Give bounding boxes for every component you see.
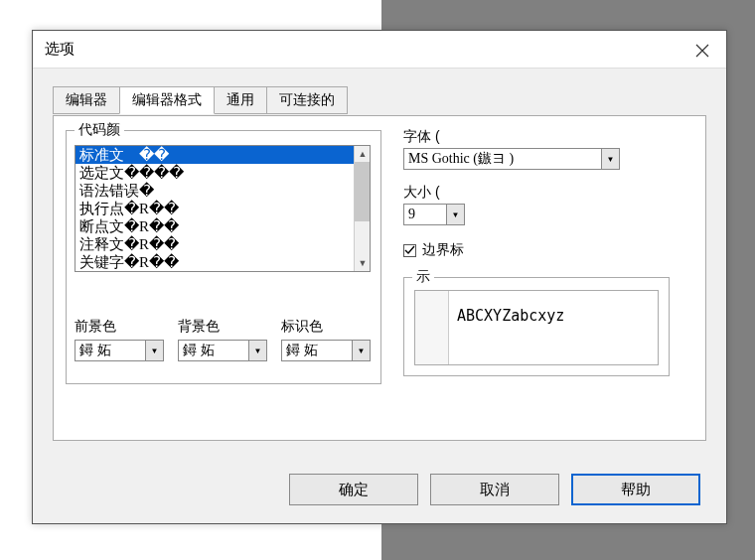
- help-button[interactable]: 帮助: [571, 474, 700, 505]
- list-item[interactable]: 标准文 ��: [76, 146, 354, 164]
- color-picker-row: 前景色 鐞 妬 ▼ 背景色 鐞 妬 ▼ 标识色 鐞: [75, 318, 384, 361]
- margin-checkbox[interactable]: [403, 244, 416, 257]
- margin-checkbox-label: 边界标: [422, 241, 464, 259]
- indicator-label: 标识色: [281, 318, 384, 336]
- options-dialog: 选项 编辑器 编辑器格式 通用 可连接的 代码颜 标准文 �� 选定文���� …: [32, 30, 727, 524]
- chevron-down-icon: ▼: [352, 341, 370, 360]
- size-combo[interactable]: 9 ▼: [403, 204, 465, 225]
- foreground-combo[interactable]: 鐞 妬 ▼: [75, 340, 164, 361]
- font-value: MS Gothic (鏃ヨ ): [404, 150, 601, 168]
- code-colors-legend: 代码颜: [75, 121, 124, 139]
- margin-checkbox-row[interactable]: 边界标: [403, 241, 672, 259]
- close-button[interactable]: [688, 37, 716, 65]
- code-colors-listbox[interactable]: 标准文 �� 选定文���� 语法错误� 执行点�R�� 断点文�R�� 注释文…: [75, 145, 371, 272]
- tab-bar: 编辑器 编辑器格式 通用 可连接的: [53, 86, 726, 114]
- preview-legend: 示: [412, 268, 434, 286]
- font-label: 字体 (: [403, 128, 672, 146]
- chevron-down-icon: ▼: [145, 341, 163, 360]
- background-label: 背景色: [178, 318, 281, 336]
- dialog-title: 选项: [45, 40, 75, 59]
- indicator-combo[interactable]: 鐞 妬 ▼: [281, 340, 371, 361]
- scroll-down-icon[interactable]: ▼: [355, 255, 371, 271]
- preview-group: 示 ABCXYZabcxyz: [403, 277, 670, 376]
- close-icon: [695, 44, 709, 58]
- tab-editor[interactable]: 编辑器: [53, 86, 120, 114]
- chevron-down-icon: ▼: [248, 341, 266, 360]
- titlebar: 选项: [33, 31, 726, 69]
- list-item[interactable]: 语法错误�: [76, 182, 354, 200]
- tab-editor-format[interactable]: 编辑器格式: [119, 86, 215, 114]
- indicator-color-group: 标识色 鐞 妬 ▼: [281, 318, 384, 361]
- ok-button[interactable]: 确定: [289, 474, 418, 505]
- preview-box: ABCXYZabcxyz: [414, 290, 659, 365]
- right-column: 字体 ( MS Gothic (鏃ヨ ) ▼ 大小 ( 9 ▼ 边界标: [403, 128, 672, 267]
- preview-margin: [415, 291, 449, 364]
- font-combo[interactable]: MS Gothic (鏃ヨ ) ▼: [403, 148, 620, 170]
- background-color-group: 背景色 鐞 妬 ▼: [178, 318, 281, 361]
- foreground-label: 前景色: [75, 318, 178, 336]
- foreground-color-group: 前景色 鐞 妬 ▼: [75, 318, 178, 361]
- background-combo[interactable]: 鐞 妬 ▼: [178, 340, 267, 361]
- list-item[interactable]: 断点文�R��: [76, 217, 354, 235]
- preview-text: ABCXYZabcxyz: [449, 291, 572, 364]
- scroll-thumb[interactable]: [355, 162, 371, 221]
- dialog-buttons: 确定 取消 帮助: [289, 474, 700, 505]
- foreground-value: 鐞 妬: [76, 342, 145, 359]
- scroll-up-icon[interactable]: ▲: [355, 146, 371, 162]
- chevron-down-icon: ▼: [601, 149, 619, 169]
- listbox-scrollbar[interactable]: ▲ ▼: [354, 146, 370, 271]
- chevron-down-icon: ▼: [446, 205, 464, 224]
- list-item[interactable]: 执行点�R��: [76, 200, 354, 217]
- tab-panel: 代码颜 标准文 �� 选定文���� 语法错误� 执行点�R�� 断点文�R��…: [53, 115, 706, 441]
- code-colors-group: 代码颜 标准文 �� 选定文���� 语法错误� 执行点�R�� 断点文�R��…: [66, 130, 381, 384]
- size-label: 大小 (: [403, 184, 672, 202]
- list-item[interactable]: 注释文�R��: [76, 235, 354, 253]
- list-item[interactable]: 关键字�R��: [76, 253, 354, 271]
- indicator-value: 鐞 妬: [282, 342, 352, 359]
- tab-general[interactable]: 通用: [214, 86, 267, 114]
- background-value: 鐞 妬: [179, 342, 248, 359]
- size-value: 9: [404, 207, 446, 222]
- list-item[interactable]: 选定文����: [76, 164, 354, 182]
- cancel-button[interactable]: 取消: [430, 474, 559, 505]
- listbox-viewport: 标准文 �� 选定文���� 语法错误� 执行点�R�� 断点文�R�� 注释文…: [76, 146, 354, 271]
- check-icon: [404, 245, 415, 256]
- tab-dockable[interactable]: 可连接的: [266, 86, 348, 114]
